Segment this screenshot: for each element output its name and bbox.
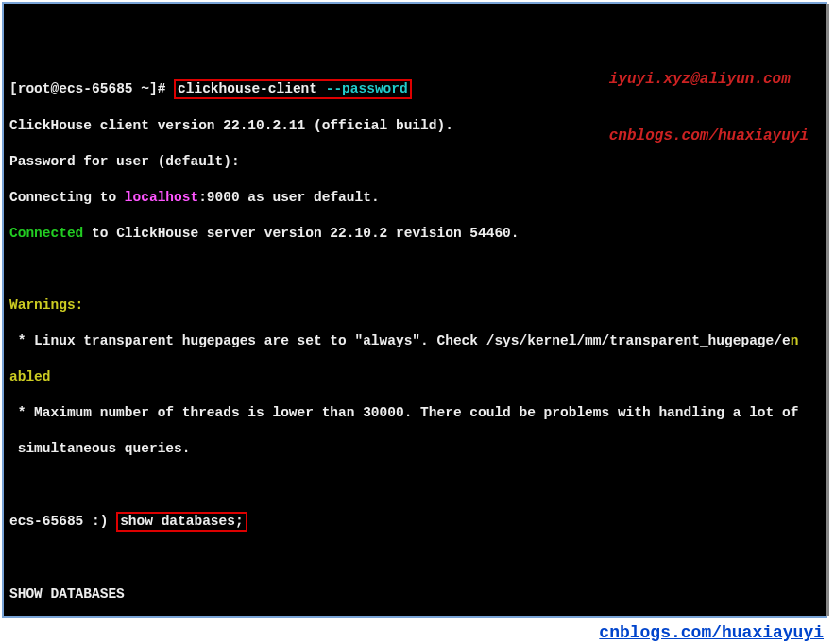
line-warn2b: simultaneous queries. (9, 440, 820, 458)
line-warn2a: * Maximum number of threads is lower tha… (9, 404, 820, 422)
highlight-cmd2: show databases; (116, 512, 247, 532)
watermark-line1: iyuyi.xyz@aliyun.com (609, 70, 809, 89)
terminal-window: iyuyi.xyz@aliyun.com cnblogs.com/huaxiay… (2, 2, 827, 618)
line-showdb: SHOW DATABASES (9, 585, 820, 603)
terminal-body[interactable]: iyuyi.xyz@aliyun.com cnblogs.com/huaxiay… (4, 4, 829, 616)
blank (9, 261, 820, 279)
line-warn-label: Warnings: (9, 297, 820, 314)
line-connected: Connected to ClickHouse server version 2… (9, 225, 820, 243)
watermark-line2: cnblogs.com/huaxiayuyi (609, 127, 809, 145)
line-cmd2: ecs-65685 :) show databases; (9, 512, 820, 532)
blank (9, 476, 820, 494)
line-warn1b: abled (9, 368, 820, 386)
blank (9, 550, 820, 568)
line-connecting: Connecting to localhost:9000 as user def… (9, 189, 820, 207)
watermark: iyuyi.xyz@aliyun.com cnblogs.com/huaxiay… (609, 32, 809, 183)
line-warn1a: * Linux transparent hugepages are set to… (9, 332, 820, 350)
blank (9, 621, 820, 639)
highlight-cmd1: clickhouse-client --password (174, 79, 412, 99)
